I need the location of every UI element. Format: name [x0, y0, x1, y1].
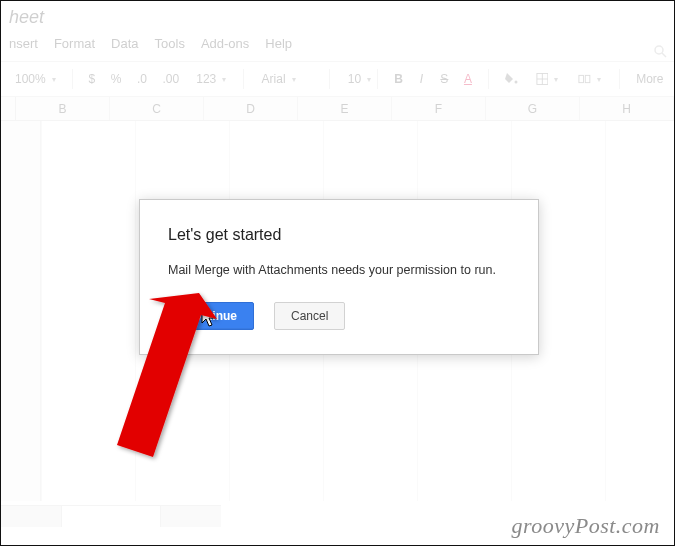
toolbar-more-button[interactable]: More [632, 70, 666, 88]
menu-addons[interactable]: Add-ons [201, 36, 249, 51]
continue-button[interactable]: Continue [168, 302, 254, 330]
decrease-decimal-button[interactable]: .0 [133, 70, 150, 88]
toolbar-separator [72, 69, 73, 89]
italic-button[interactable]: I [414, 70, 428, 88]
screenshot-frame: heet nsert Format Data Tools Add-ons Hel… [0, 0, 675, 546]
select-all-corner[interactable] [1, 97, 16, 120]
cancel-button[interactable]: Cancel [274, 302, 345, 330]
menu-tools[interactable]: Tools [155, 36, 185, 51]
svg-point-6 [655, 46, 663, 54]
column-header[interactable]: G [486, 97, 580, 120]
column-headers: B C D E F G H [1, 97, 674, 121]
menu-bar: nsert Format Data Tools Add-ons Help [1, 28, 674, 61]
text-color-button[interactable]: A [460, 70, 476, 88]
document-title: heet [1, 1, 674, 28]
format-currency-button[interactable]: $ [85, 70, 99, 88]
svg-point-0 [515, 80, 518, 83]
permission-dialog: Let's get started Mail Merge with Attach… [139, 199, 539, 355]
svg-rect-5 [586, 75, 591, 82]
toolbar-separator [619, 69, 620, 89]
sheet-tab[interactable] [61, 505, 161, 527]
dialog-title: Let's get started [168, 226, 510, 244]
menu-format[interactable]: Format [54, 36, 95, 51]
dialog-body-text: Mail Merge with Attachments needs your p… [168, 262, 510, 280]
toolbar-separator [377, 69, 378, 89]
menu-help[interactable]: Help [265, 36, 292, 51]
strikethrough-button[interactable]: S [436, 70, 452, 88]
font-family-dropdown[interactable]: Arial [256, 70, 317, 88]
svg-rect-4 [579, 75, 584, 82]
dialog-button-row: Continue Cancel [168, 302, 510, 330]
font-size-dropdown[interactable]: 10 [342, 70, 365, 88]
fill-color-button[interactable] [500, 69, 521, 90]
toolbar-separator [243, 69, 244, 89]
toolbar-separator [329, 69, 330, 89]
zoom-dropdown[interactable]: 100% [9, 70, 60, 88]
sheet-tabs-bar [1, 505, 221, 527]
increase-decimal-button[interactable]: .00 [158, 70, 182, 88]
column-header[interactable]: E [298, 97, 392, 120]
merge-cells-button[interactable] [572, 70, 607, 88]
borders-button[interactable] [530, 70, 565, 88]
search-icon[interactable] [650, 39, 670, 63]
column-header[interactable]: H [580, 97, 674, 120]
column-header[interactable]: B [16, 97, 110, 120]
watermark-text: groovyPost.com [511, 513, 660, 539]
toolbar: 100% $ % .0 .00 123 Arial 10 B I S A [1, 61, 674, 97]
row-headers[interactable] [1, 121, 41, 501]
menu-data[interactable]: Data [111, 36, 138, 51]
svg-line-7 [662, 53, 666, 57]
menu-insert[interactable]: nsert [9, 36, 38, 51]
toolbar-separator [488, 69, 489, 89]
column-header[interactable]: F [392, 97, 486, 120]
column-header[interactable]: C [110, 97, 204, 120]
format-percent-button[interactable]: % [107, 70, 125, 88]
column-header[interactable]: D [204, 97, 298, 120]
more-formats-dropdown[interactable]: 123 [190, 70, 230, 88]
bold-button[interactable]: B [390, 70, 406, 88]
